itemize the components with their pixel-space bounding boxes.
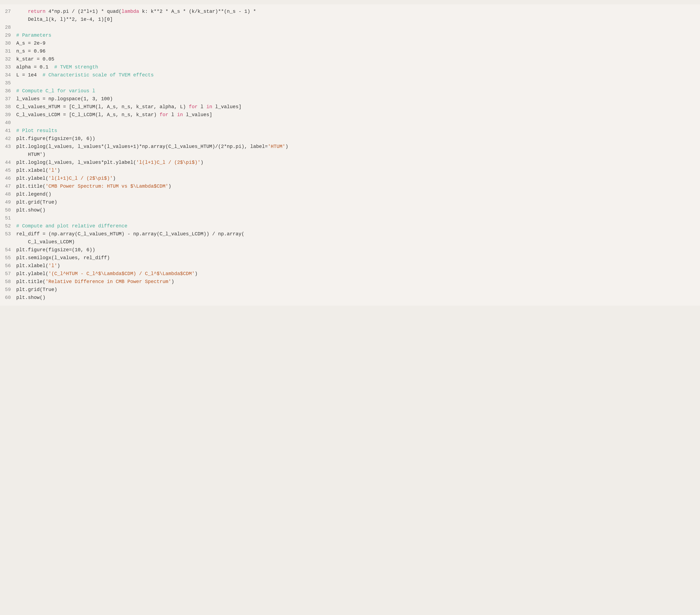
code-line: 60plt.show() [0, 294, 700, 302]
line-number: 39 [4, 111, 16, 119]
line-code: plt.ylabel('l(l+1)C_l / (2$\pi$)') [16, 175, 696, 182]
line-number: 58 [4, 278, 16, 286]
line-code: # Parameters [16, 32, 696, 39]
code-line: 31n_s = 0.96 [0, 48, 700, 56]
code-line: 51 [0, 214, 700, 222]
line-number: 47 [4, 183, 16, 190]
line-number: 48 [4, 191, 16, 198]
code-line: 40 [0, 119, 700, 127]
line-number: 42 [4, 135, 16, 143]
line-code: L = 1e4 # Characteristic scale of TVEM e… [16, 72, 696, 79]
line-code: Delta_l(k, l)**2, 1e-4, 1)[0] [16, 16, 696, 24]
line-number: 55 [4, 254, 16, 262]
line-code: plt.loglog(l_values, l_values*(l_values+… [16, 143, 696, 151]
line-code: plt.title('CMB Power Spectrum: HTUM vs $… [16, 183, 696, 190]
code-line: 29# Parameters [0, 32, 700, 40]
line-number: 27 [4, 8, 16, 15]
code-line: 52# Compute and plot relative difference [0, 222, 700, 231]
code-line: 53rel_diff = (np.array(C_l_values_HTUM) … [0, 231, 700, 238]
line-number: 51 [4, 214, 16, 222]
line-code [16, 79, 696, 87]
code-line: 46plt.ylabel('l(l+1)C_l / (2$\pi$)') [0, 175, 700, 183]
line-code: plt.figure(figsize=(10, 6)) [16, 246, 696, 254]
line-number: 31 [4, 48, 16, 55]
code-line: 36# Compute C_l for various l [0, 87, 700, 95]
code-line: 41# Plot results [0, 127, 700, 135]
code-line: 35 [0, 79, 700, 87]
line-number: 59 [4, 286, 16, 294]
line-code [16, 119, 696, 127]
line-number: 37 [4, 95, 16, 103]
code-line: 49plt.grid(True) [0, 199, 700, 207]
line-number: 34 [4, 72, 16, 79]
line-code: plt.show() [16, 207, 696, 214]
line-number: 29 [4, 32, 16, 39]
line-code: C_l_values_LCDM = [C_l_LCDM(l, A_s, n_s,… [16, 111, 696, 119]
line-code: n_s = 0.96 [16, 48, 696, 55]
line-number: 28 [4, 24, 16, 32]
line-number: 43 [4, 143, 16, 151]
line-code: HTUM') [16, 151, 696, 159]
code-line: C_l_values_LCDM) [0, 238, 700, 246]
line-code: plt.xlabel('l') [16, 167, 696, 174]
line-number: 52 [4, 222, 16, 230]
line-code: plt.semilogx(l_values, rel_diff) [16, 254, 696, 262]
line-code: C_l_values_HTUM = [C_l_HTUM(l, A_s, n_s,… [16, 103, 696, 111]
line-number: 56 [4, 262, 16, 270]
line-code: l_values = np.logspace(1, 3, 100) [16, 95, 696, 103]
line-code: plt.legend() [16, 191, 696, 198]
line-number: 57 [4, 270, 16, 278]
line-code: alpha = 0.1 # TVEM strength [16, 64, 696, 71]
line-number: 49 [4, 199, 16, 206]
line-code: plt.loglog(l_values, l_values*plt.ylabel… [16, 159, 696, 167]
code-line: 38C_l_values_HTUM = [C_l_HTUM(l, A_s, n_… [0, 103, 700, 111]
code-line: 59plt.grid(True) [0, 286, 700, 294]
line-number: 33 [4, 64, 16, 71]
line-code: C_l_values_LCDM) [16, 238, 696, 246]
line-number: 38 [4, 103, 16, 111]
line-number: 46 [4, 175, 16, 182]
code-line: Delta_l(k, l)**2, 1e-4, 1)[0] [0, 16, 700, 24]
code-line: 34L = 1e4 # Characteristic scale of TVEM… [0, 72, 700, 79]
code-line: HTUM') [0, 151, 700, 159]
code-line: 39C_l_values_LCDM = [C_l_LCDM(l, A_s, n_… [0, 111, 700, 119]
line-code: plt.show() [16, 294, 696, 302]
line-code: # Compute C_l for various l [16, 87, 696, 95]
line-number: 36 [4, 87, 16, 95]
code-line: 57plt.ylabel('(C_l^HTUM - C_l^$\Lambda$C… [0, 270, 700, 278]
code-line: 56plt.xlabel('l') [0, 262, 700, 270]
code-line: 48plt.legend() [0, 191, 700, 199]
line-number: 54 [4, 246, 16, 254]
line-number: 45 [4, 167, 16, 174]
line-number: 50 [4, 207, 16, 214]
code-line: 28 [0, 24, 700, 32]
code-line: 58plt.title('Relative Difference in CMB … [0, 278, 700, 286]
code-line: 47plt.title('CMB Power Spectrum: HTUM vs… [0, 183, 700, 191]
line-number: 53 [4, 231, 16, 238]
line-number: 40 [4, 119, 16, 127]
line-code: plt.grid(True) [16, 286, 696, 294]
code-editor: 27 return 4*np.pi / (2*l+1) * quad(lambd… [0, 4, 700, 306]
line-code: rel_diff = (np.array(C_l_values_HTUM) - … [16, 231, 696, 238]
line-code: # Compute and plot relative difference [16, 222, 696, 230]
line-number: 30 [4, 40, 16, 47]
line-code: return 4*np.pi / (2*l+1) * quad(lambda k… [16, 8, 696, 15]
code-line: 45plt.xlabel('l') [0, 167, 700, 175]
line-number: 35 [4, 79, 16, 87]
code-line: 27 return 4*np.pi / (2*l+1) * quad(lambd… [0, 8, 700, 16]
code-line: 43plt.loglog(l_values, l_values*(l_value… [0, 143, 700, 151]
line-number: 41 [4, 127, 16, 135]
line-number: 32 [4, 56, 16, 63]
code-line: 54plt.figure(figsize=(10, 6)) [0, 246, 700, 254]
code-line: 33alpha = 0.1 # TVEM strength [0, 64, 700, 72]
line-number: 44 [4, 159, 16, 167]
code-line: 55plt.semilogx(l_values, rel_diff) [0, 254, 700, 262]
line-code [16, 24, 696, 32]
line-code: plt.xlabel('l') [16, 262, 696, 270]
line-number: 60 [4, 294, 16, 302]
code-line: 37l_values = np.logspace(1, 3, 100) [0, 95, 700, 103]
line-code: plt.title('Relative Difference in CMB Po… [16, 278, 696, 286]
code-line: 50plt.show() [0, 207, 700, 214]
code-line: 32k_star = 0.05 [0, 56, 700, 64]
line-code [16, 214, 696, 222]
